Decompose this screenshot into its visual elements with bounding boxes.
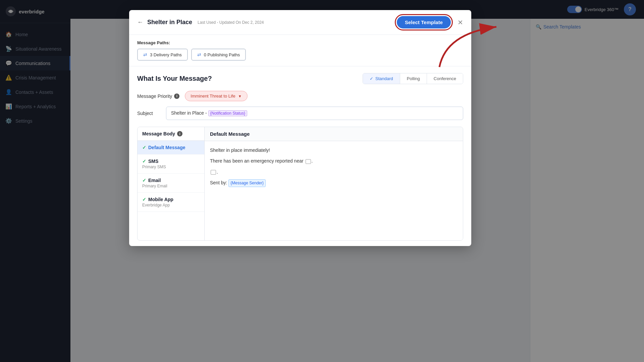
template-modal: ← Shelter in Place Last Used - Updated O… (129, 10, 471, 246)
subject-input[interactable]: Shelter in Place - {Notification Status} (166, 107, 463, 120)
message-body-info-icon: i (177, 131, 182, 136)
sms-label: SMS (148, 159, 158, 164)
subject-row: Subject Shelter in Place - {Notification… (137, 107, 463, 120)
mobile-sub: Everbridge App (142, 203, 200, 207)
subject-variable: {Notification Status} (208, 110, 248, 116)
sms-sub: Primary SMS (142, 165, 200, 169)
tab-polling-label: Polling (407, 76, 420, 81)
default-message-label: Default Message (148, 145, 185, 150)
subject-text: Shelter in Place - (171, 110, 208, 116)
message-paths-section: Message Paths: ⇄ 3 Delivery Paths ⇄ 0 Pu… (129, 35, 471, 66)
message-section: What Is Your Message? ✓ Standard Polling… (129, 66, 471, 246)
tab-conference-label: Conference (434, 76, 456, 81)
email-label: Email (148, 178, 161, 183)
message-line-4: Sent by: {Message Sender} (210, 179, 458, 187)
modal-header-left: ← Shelter in Place Last Used - Updated O… (137, 19, 264, 26)
priority-value: Imminent Threat to Life (191, 94, 235, 99)
location-placeholder (306, 159, 311, 164)
message-body-item-email[interactable]: ✓ Email Primary Email (138, 174, 204, 193)
sender-variable: {Message Sender} (228, 179, 266, 187)
priority-label-text: Message Priority (137, 94, 172, 99)
modal-meta: Last Used - Updated On Dec 2, 2024 (198, 20, 264, 25)
priority-row: Message Priority i Imminent Threat to Li… (137, 91, 463, 101)
address-placeholder (211, 170, 216, 175)
paths-buttons: ⇄ 3 Delivery Paths ⇄ 0 Publishing Paths (137, 49, 463, 61)
sms-title: ✓ SMS (142, 159, 200, 164)
message-body-item-mobile[interactable]: ✓ Mobile App Everbridge App (138, 193, 204, 212)
default-check-icon: ✓ (142, 145, 146, 150)
message-line-1: Shelter in place immediately! (210, 146, 458, 154)
message-body-sidebar: Message Body i ✓ Default Message ✓ SMS (138, 127, 205, 240)
tab-standard[interactable]: ✓ Standard (363, 73, 400, 84)
message-body-item-sms[interactable]: ✓ SMS Primary SMS (138, 155, 204, 174)
message-type-tabs: ✓ Standard Polling Conference (363, 73, 463, 84)
modal-title: Shelter in Place (147, 19, 192, 26)
message-content-area: Default Message Shelter in place immedia… (205, 127, 463, 240)
modal-header: ← Shelter in Place Last Used - Updated O… (129, 10, 471, 35)
default-message-header: Default Message (205, 127, 463, 141)
modal-close-button[interactable]: ✕ (458, 18, 463, 26)
tab-conference[interactable]: Conference (427, 73, 463, 84)
publishing-paths-label: 0 Publishing Paths (204, 52, 240, 57)
message-body-label: Message Body (142, 131, 175, 136)
publishing-paths-icon: ⇄ (197, 52, 201, 57)
email-check-icon: ✓ (142, 178, 146, 183)
email-title: ✓ Email (142, 178, 200, 183)
modal-wrapper: ← Shelter in Place Last Used - Updated O… (74, 10, 527, 352)
sms-check-icon: ✓ (142, 159, 146, 164)
message-section-header: What Is Your Message? ✓ Standard Polling… (137, 73, 463, 84)
delivery-paths-button[interactable]: ⇄ 3 Delivery Paths (137, 49, 188, 61)
mobile-label: Mobile App (148, 197, 173, 202)
standard-check-icon: ✓ (370, 76, 373, 81)
message-line-3: . (210, 168, 458, 176)
message-body-area: Message Body i ✓ Default Message ✓ SMS (137, 127, 463, 241)
select-template-button[interactable]: Select Template (397, 16, 451, 28)
message-line-2: There has been an emergency reported nea… (210, 157, 458, 165)
delivery-paths-icon: ⇄ (143, 52, 147, 57)
priority-label: Message Priority i (137, 94, 179, 99)
priority-dropdown[interactable]: Imminent Threat to Life ▼ (185, 91, 247, 101)
mobile-check-icon: ✓ (142, 197, 146, 202)
message-paths-label: Message Paths: (137, 40, 463, 45)
back-button[interactable]: ← (137, 19, 143, 26)
message-body-item-default[interactable]: ✓ Default Message (138, 141, 204, 155)
tab-standard-label: Standard (375, 76, 393, 81)
message-body-header: Message Body i (138, 127, 204, 141)
email-sub: Primary Email (142, 184, 200, 188)
delivery-paths-label: 3 Delivery Paths (150, 52, 182, 57)
tab-polling[interactable]: Polling (400, 73, 427, 84)
publishing-paths-button[interactable]: ⇄ 0 Publishing Paths (191, 49, 246, 61)
priority-info-icon: i (174, 94, 179, 99)
modal-header-right: Select Template ✕ (397, 16, 463, 28)
dropdown-chevron-icon: ▼ (238, 94, 242, 98)
default-message-title: ✓ Default Message (142, 145, 200, 150)
mobile-title: ✓ Mobile App (142, 197, 200, 202)
message-section-title: What Is Your Message? (137, 75, 212, 82)
default-message-body[interactable]: Shelter in place immediately! There has … (205, 141, 463, 240)
subject-label: Subject (137, 111, 161, 116)
